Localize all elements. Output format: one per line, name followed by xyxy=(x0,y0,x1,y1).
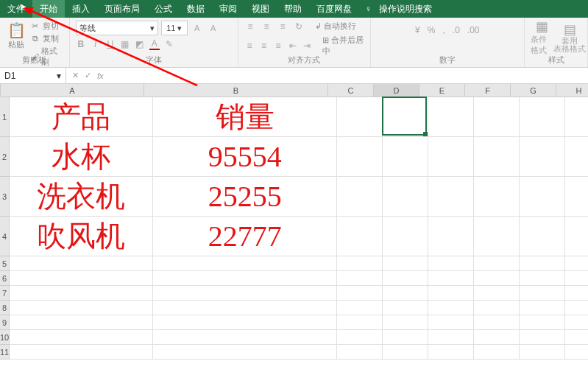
cell-D7[interactable] xyxy=(383,286,428,300)
col-header-A[interactable]: A xyxy=(1,84,144,97)
cell-C11[interactable] xyxy=(337,345,383,359)
cell-G1[interactable] xyxy=(520,97,565,136)
cell-F2[interactable] xyxy=(474,137,520,176)
cell-H1[interactable] xyxy=(565,97,588,136)
menu-search-hint[interactable]: 操作说明搜索 xyxy=(372,0,439,18)
cell-E3[interactable] xyxy=(428,177,474,216)
cell-C2[interactable] xyxy=(337,137,383,176)
cell-G10[interactable] xyxy=(520,330,565,344)
cell-E6[interactable] xyxy=(428,271,474,285)
col-header-B[interactable]: B xyxy=(144,84,328,97)
cell-G7[interactable] xyxy=(520,286,565,300)
font-name-select[interactable]: 等线▾ xyxy=(76,21,158,35)
cell-A8[interactable] xyxy=(10,301,153,315)
cell-G5[interactable] xyxy=(520,256,565,270)
bold-icon[interactable]: B xyxy=(76,39,86,49)
cell-D2[interactable] xyxy=(383,137,428,176)
cancel-icon[interactable]: ✕ xyxy=(72,71,79,80)
cell-A4[interactable]: 吹风机 xyxy=(10,217,153,256)
cell-B7[interactable] xyxy=(153,286,337,300)
comma-icon[interactable]: , xyxy=(442,25,444,35)
cell-H3[interactable] xyxy=(565,177,588,216)
cell-C4[interactable] xyxy=(337,217,383,256)
cell-E1[interactable] xyxy=(428,97,474,136)
cell-E9[interactable] xyxy=(428,315,474,329)
row-header-7[interactable]: 7 xyxy=(0,286,10,301)
table-format-button[interactable]: ▤ 套用 表格格式 xyxy=(558,24,581,52)
indent-dec-icon[interactable]: ⇤ xyxy=(288,41,298,51)
col-header-G[interactable]: G xyxy=(511,84,556,97)
cell-B9[interactable] xyxy=(153,315,337,329)
cell-B4[interactable]: 22777 xyxy=(153,217,337,256)
row-header-11[interactable]: 11 xyxy=(0,345,10,360)
cell-B6[interactable] xyxy=(153,271,337,285)
row-header-9[interactable]: 9 xyxy=(0,315,10,330)
row-header-2[interactable]: 2 xyxy=(0,137,10,177)
orient-icon[interactable]: ↻ xyxy=(293,21,305,32)
cell-B10[interactable] xyxy=(153,330,337,344)
cell-G11[interactable] xyxy=(520,345,565,359)
row-header-1[interactable]: 1 xyxy=(0,97,10,137)
fx-icon[interactable]: fx xyxy=(97,71,104,80)
border-icon[interactable]: ▦ xyxy=(120,39,130,49)
menu-help[interactable]: 帮助 xyxy=(277,0,309,18)
menu-baidu[interactable]: 百度网盘 xyxy=(309,0,359,18)
col-header-F[interactable]: F xyxy=(465,84,511,97)
cell-B3[interactable]: 25255 xyxy=(153,177,337,216)
cell-C5[interactable] xyxy=(337,256,383,270)
cell-F7[interactable] xyxy=(474,286,520,300)
merge-center-button[interactable]: ⊞ 合并后居中 xyxy=(322,35,364,57)
cell-A11[interactable] xyxy=(10,345,153,359)
row-header-3[interactable]: 3 xyxy=(0,177,10,217)
menu-file[interactable]: 文件 xyxy=(0,0,32,18)
cell-H4[interactable] xyxy=(565,217,588,256)
col-header-D[interactable]: D xyxy=(374,84,419,97)
cell-C8[interactable] xyxy=(337,301,383,315)
cell-A1[interactable]: 产品 xyxy=(10,97,153,136)
indent-inc-icon[interactable]: ⇥ xyxy=(302,41,312,51)
inc-decimal-icon[interactable]: .0 xyxy=(453,25,460,35)
cell-B2[interactable]: 95554 xyxy=(153,137,337,176)
cell-G2[interactable] xyxy=(520,137,565,176)
shrink-font-icon[interactable]: A xyxy=(207,21,220,35)
cell-E11[interactable] xyxy=(428,345,474,359)
phonetic-icon[interactable]: ✎ xyxy=(164,39,174,49)
name-box[interactable]: D1▾ xyxy=(0,68,66,84)
cell-A9[interactable] xyxy=(10,315,153,329)
cell-G9[interactable] xyxy=(520,315,565,329)
cond-format-button[interactable]: ▦ 条件格式 xyxy=(531,24,553,52)
cell-B5[interactable] xyxy=(153,256,337,270)
cell-F11[interactable] xyxy=(474,345,520,359)
cell-G4[interactable] xyxy=(520,217,565,256)
align-left-icon[interactable]: ≡ xyxy=(244,41,255,51)
copy-button[interactable]: ⧉复制 xyxy=(30,33,63,44)
cell-H2[interactable] xyxy=(565,137,588,176)
cell-F5[interactable] xyxy=(474,256,520,270)
menu-insert[interactable]: 插入 xyxy=(65,0,97,18)
cell-A6[interactable] xyxy=(10,271,153,285)
font-size-select[interactable]: 11▾ xyxy=(161,21,188,35)
cell-E7[interactable] xyxy=(428,286,474,300)
cell-H7[interactable] xyxy=(565,286,588,300)
cell-D3[interactable] xyxy=(383,177,428,216)
align-top-icon[interactable]: ≡ xyxy=(244,21,256,32)
cell-E4[interactable] xyxy=(428,217,474,256)
cell-B1[interactable]: 销量 xyxy=(153,97,337,136)
cell-E2[interactable] xyxy=(428,137,474,176)
cell-H11[interactable] xyxy=(565,345,588,359)
grow-font-icon[interactable]: A xyxy=(191,21,204,35)
cell-H6[interactable] xyxy=(565,271,588,285)
currency-icon[interactable]: ¥ xyxy=(415,25,420,35)
cell-G3[interactable] xyxy=(520,177,565,216)
cell-D1[interactable] xyxy=(383,97,428,136)
align-bot-icon[interactable]: ≡ xyxy=(277,21,288,32)
cell-H9[interactable] xyxy=(565,315,588,329)
cell-E8[interactable] xyxy=(428,301,474,315)
cell-E5[interactable] xyxy=(428,256,474,270)
col-header-C[interactable]: C xyxy=(328,84,374,97)
cell-F8[interactable] xyxy=(474,301,520,315)
col-header-E[interactable]: E xyxy=(419,84,465,97)
menu-pagelayout[interactable]: 页面布局 xyxy=(97,0,147,18)
cell-F9[interactable] xyxy=(474,315,520,329)
font-color-icon[interactable]: A xyxy=(149,38,160,50)
